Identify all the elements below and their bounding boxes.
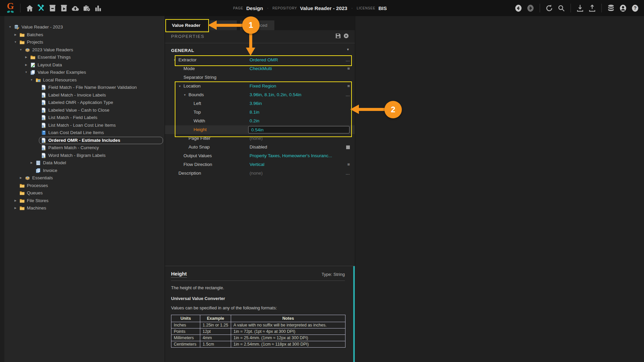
tree-item[interactable]: ▼Value Reader - 2023 xyxy=(0,23,165,31)
tab-value-reader[interactable]: Value Reader xyxy=(166,20,207,30)
property-row-flow-direction[interactable]: Flow DirectionVertical≡ xyxy=(165,160,355,169)
tree-item[interactable]: ▶Batches xyxy=(0,31,165,39)
property-row-description[interactable]: Description(none)… xyxy=(165,169,355,178)
save-icon[interactable] xyxy=(335,33,341,39)
tree-item[interactable]: ▶Essentials xyxy=(0,174,165,182)
property-label: Auto Snap xyxy=(189,144,210,149)
batch-processing-icon[interactable] xyxy=(60,4,68,12)
tree-item[interactable]: List Match - Field Labels xyxy=(0,114,165,122)
tree-item[interactable]: List Match - Loan Cost Line Items xyxy=(0,122,165,129)
height-input[interactable] xyxy=(248,126,350,133)
table-row: Inches1.25in or 1.25A value with no suff… xyxy=(171,322,345,328)
tree-item[interactable]: Label Match - Invoice Labels xyxy=(0,92,165,99)
tree-item[interactable]: ▼2023 Value Readers xyxy=(0,46,165,54)
property-row-bounds[interactable]: ▼Bounds3.96in, 8.1in, 0.2in, 0.54in… xyxy=(165,90,355,99)
chevron-expanded-icon[interactable]: ▼ xyxy=(19,48,23,51)
chevron-collapsed-icon[interactable]: ▶ xyxy=(30,161,34,164)
ellipsis-button[interactable]: … xyxy=(345,92,350,98)
tree-item[interactable]: ▼Value Reader Examples xyxy=(0,69,165,76)
user-icon[interactable] xyxy=(619,4,627,12)
property-row-auto-snap[interactable]: Auto SnapDisabled xyxy=(165,143,355,152)
tree-item[interactable]: ▶File Stores xyxy=(0,197,165,205)
chevron-expanded-icon[interactable]: ▼ xyxy=(30,78,34,81)
tree-item[interactable]: ▶Layout Data xyxy=(0,61,165,69)
property-row-separator-string[interactable]: Separator String xyxy=(165,73,355,82)
chevron-collapsed-icon[interactable]: ▶ xyxy=(13,199,17,202)
tree-item[interactable]: Labeled OMR - Application Type xyxy=(0,99,165,107)
chevron-collapsed-icon[interactable]: ▶ xyxy=(19,176,23,179)
tab-advanced[interactable]: Advanced xyxy=(240,20,274,30)
section-general[interactable]: GENERAL xyxy=(171,48,194,53)
menu-icon[interactable]: ≡ xyxy=(347,66,350,71)
property-row-width[interactable]: Width0.2in xyxy=(165,117,355,125)
refresh-icon[interactable] xyxy=(545,4,553,12)
download-icon[interactable] xyxy=(576,4,584,12)
tree-item[interactable]: Processes xyxy=(0,182,165,190)
tree-item[interactable]: ▼Local Resources xyxy=(0,76,165,84)
property-row-extractor[interactable]: ▼ExtractorOrdered OMR… xyxy=(165,56,355,64)
back-icon[interactable] xyxy=(514,4,523,12)
tree-item[interactable]: Pattern Match - Currency xyxy=(0,144,165,152)
design-tools-icon[interactable] xyxy=(37,4,45,12)
imports-icon[interactable] xyxy=(71,4,79,12)
tree-item[interactable]: ▶Data Model xyxy=(0,159,165,167)
chevron-collapsed-icon[interactable]: ▶ xyxy=(13,206,17,209)
tab-tester[interactable]: Tester xyxy=(210,20,237,30)
property-row-mode[interactable]: ModeCheckMulti≡ xyxy=(165,64,355,73)
property-row-page-filter[interactable]: Page Filter(none) xyxy=(165,134,355,143)
tree-item-label: Machines xyxy=(27,205,46,210)
stats-icon[interactable] xyxy=(94,4,102,12)
forward-icon[interactable] xyxy=(526,4,535,12)
menu-icon[interactable]: ≡ xyxy=(347,83,350,89)
chevron-expanded-icon[interactable]: ▼ xyxy=(13,41,17,44)
tree-item[interactable]: Invoice xyxy=(0,167,165,175)
table-cell: A value with no suffix will be interpret… xyxy=(231,322,345,328)
batches-icon[interactable] xyxy=(48,4,57,12)
tree-item[interactable]: Loan Cost Detail Line Items xyxy=(0,129,165,137)
property-row-output-values[interactable]: Output ValuesProperty Taxes, Homeowner's… xyxy=(165,152,355,160)
table-cell: 1in = 72pt. (1pt ≈ 4px at 300 DPI) xyxy=(231,328,345,335)
jobs-icon[interactable] xyxy=(83,4,91,12)
property-value: CheckMulti xyxy=(250,66,272,71)
property-value: Property Taxes, Homeowner's Insuranc... xyxy=(250,153,332,158)
chevron-expanded-icon[interactable]: ▼ xyxy=(178,85,181,88)
home-icon[interactable] xyxy=(25,4,34,12)
page-value[interactable]: Design xyxy=(246,5,263,11)
repository-icon[interactable] xyxy=(607,4,615,12)
doc-search-icon xyxy=(41,108,46,113)
ellipsis-button[interactable]: … xyxy=(345,57,350,63)
grooper-logo[interactable]: G xyxy=(5,1,16,15)
tree-item[interactable]: ▼Projects xyxy=(0,39,165,46)
auto-snap-checkbox[interactable] xyxy=(346,145,350,149)
chevron-down-icon[interactable]: ▾ xyxy=(347,47,349,52)
chevron-expanded-icon[interactable]: ▼ xyxy=(24,71,28,74)
property-row-top[interactable]: Top8.1in xyxy=(165,108,355,117)
chevron-expanded-icon[interactable]: ▼ xyxy=(173,59,176,62)
property-label: Mode xyxy=(183,66,195,71)
help-icon[interactable]: ? xyxy=(631,4,639,12)
upload-icon[interactable] xyxy=(588,4,596,12)
tree-item-label: Projects xyxy=(27,40,43,45)
tree-item[interactable]: Labeled Value - Cash to Close xyxy=(0,107,165,114)
chevron-expanded-icon[interactable]: ▼ xyxy=(8,25,12,28)
ellipsis-button[interactable]: … xyxy=(345,171,350,176)
chevron-collapsed-icon[interactable]: ▶ xyxy=(24,63,28,66)
repository-value[interactable]: Value Reader - 2023 xyxy=(300,5,347,11)
property-row-location[interactable]: ▼LocationFixed Region≡ xyxy=(165,82,355,90)
chevron-expanded-icon[interactable]: ▼ xyxy=(183,94,186,97)
property-row-height[interactable]: Height xyxy=(165,125,355,134)
search-icon[interactable] xyxy=(557,4,566,12)
folder-icon xyxy=(19,183,25,188)
tree-item[interactable]: Queues xyxy=(0,189,165,197)
tree-item[interactable]: ▶Essential Things xyxy=(0,54,165,61)
close-icon[interactable] xyxy=(343,33,349,39)
chevron-collapsed-icon[interactable]: ▶ xyxy=(24,56,28,59)
property-row-left[interactable]: Left3.96in xyxy=(165,99,355,108)
menu-icon[interactable]: ≡ xyxy=(347,162,350,167)
tree-item[interactable]: Ordered OMR - Estimate Includes xyxy=(0,137,165,144)
tree-item-label: Field Match - File Name Borrower Validat… xyxy=(48,85,137,90)
tree-item[interactable]: Word Match - Bigram Labels xyxy=(0,152,165,160)
tree-item[interactable]: Field Match - File Name Borrower Validat… xyxy=(0,84,165,92)
tree-item[interactable]: ▶Machines xyxy=(0,204,165,212)
chevron-collapsed-icon[interactable]: ▶ xyxy=(13,33,17,36)
